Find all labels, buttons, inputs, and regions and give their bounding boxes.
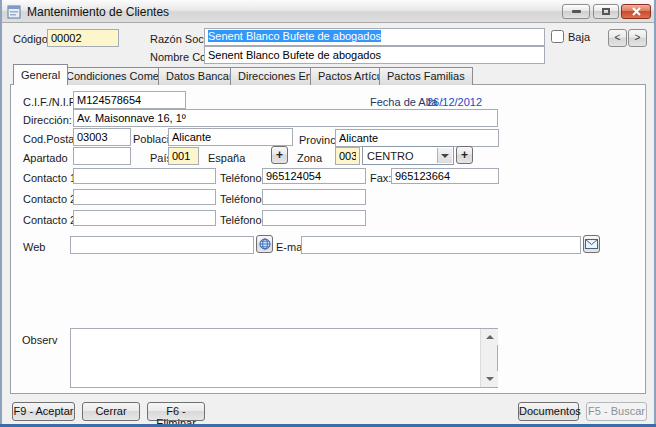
- tab-general[interactable]: General: [13, 64, 68, 85]
- codigo-label: Código: [13, 33, 48, 45]
- direccion-label: Dirección:: [23, 114, 72, 126]
- arrow-up-icon: [486, 335, 494, 339]
- close-icon: [632, 7, 641, 16]
- aceptar-button[interactable]: F9 - Aceptar: [12, 402, 75, 421]
- direccion-input[interactable]: [73, 109, 498, 127]
- apartado-label: Apartado: [23, 152, 68, 164]
- zona-dropdown[interactable]: CENTRO: [362, 146, 454, 165]
- zona-label: Zona: [297, 152, 322, 164]
- zona-code-input[interactable]: [335, 147, 360, 165]
- baja-label: Baja: [568, 31, 590, 43]
- window-border-left: [0, 0, 2, 427]
- scroll-down-button[interactable]: [481, 371, 498, 387]
- cif-input[interactable]: [73, 91, 186, 109]
- email-input[interactable]: [301, 236, 581, 254]
- documentos-button[interactable]: Documentos: [518, 402, 579, 421]
- baja-checkbox[interactable]: [551, 30, 564, 43]
- razon-social-selected-text: Senent Blanco Bufete de abogados: [208, 30, 381, 42]
- tab-pactos-familias[interactable]: Pactos Familias: [379, 67, 473, 85]
- fax-label: Fax:: [370, 172, 391, 184]
- globe-icon: [259, 238, 271, 250]
- web-input[interactable]: [70, 236, 254, 254]
- contacto1-label: Contacto 1: [23, 172, 76, 184]
- cod-postal-label: Cod.Postal: [23, 133, 77, 145]
- envelope-icon: [585, 239, 598, 249]
- contacto3-label: Contacto 2: [23, 214, 76, 226]
- observ-textarea[interactable]: [70, 328, 498, 388]
- minimize-button[interactable]: [562, 4, 590, 19]
- cod-postal-input[interactable]: [73, 128, 131, 146]
- telefono2-input[interactable]: [262, 189, 366, 205]
- pais-code-input[interactable]: [168, 147, 199, 165]
- contacto2-label: Contacto 2: [23, 193, 76, 205]
- close-button[interactable]: [621, 4, 651, 19]
- previous-record-button[interactable]: <: [608, 29, 627, 47]
- fecha-alta-value: 26/12/2012: [427, 96, 482, 108]
- contacto1-input[interactable]: [73, 168, 216, 184]
- next-record-button[interactable]: >: [628, 29, 647, 47]
- cif-label: C.I.F./N.I.F.: [23, 96, 77, 108]
- maximize-button[interactable]: [593, 4, 619, 19]
- razon-social-input[interactable]: Senent Blanco Bufete de abogados: [204, 28, 545, 46]
- client-maintenance-window: Mantenimiento de Clientes Código Razón S…: [0, 0, 656, 427]
- contacto2-input[interactable]: [73, 189, 216, 205]
- eliminar-button[interactable]: F6 - Eliminar: [147, 402, 205, 421]
- zona-add-button[interactable]: +: [456, 146, 473, 164]
- send-email-button[interactable]: [583, 235, 600, 253]
- zona-dropdown-button[interactable]: [437, 148, 452, 163]
- title-bar[interactable]: Mantenimiento de Clientes: [0, 0, 656, 23]
- arrow-down-icon: [486, 377, 494, 381]
- nombre-comercial-input[interactable]: [204, 46, 545, 64]
- web-label: Web: [23, 241, 45, 253]
- telefono3-input[interactable]: [262, 210, 366, 226]
- codigo-input[interactable]: [47, 29, 119, 47]
- apartado-input[interactable]: [73, 147, 131, 165]
- maximize-icon: [602, 8, 610, 15]
- buscar-button: F5 - Buscar: [586, 402, 647, 421]
- contacto3-input[interactable]: [73, 210, 216, 226]
- open-web-button[interactable]: [256, 235, 273, 253]
- minimize-icon: [572, 10, 581, 13]
- telefono1-input[interactable]: [262, 168, 366, 184]
- window-title: Mantenimiento de Clientes: [27, 5, 169, 19]
- scroll-up-button[interactable]: [481, 329, 498, 345]
- pais-add-button[interactable]: +: [271, 146, 288, 164]
- cerrar-button[interactable]: Cerrar: [82, 402, 140, 421]
- observ-label: Observ: [22, 334, 57, 346]
- chevron-down-icon: [441, 154, 449, 158]
- observ-scrollbar[interactable]: [480, 329, 497, 387]
- app-icon: [7, 5, 21, 19]
- pais-name-value: España: [208, 152, 245, 164]
- provincia-input[interactable]: [335, 129, 499, 147]
- zona-selected-value: CENTRO: [367, 150, 413, 162]
- poblacion-input[interactable]: [168, 128, 293, 146]
- fax-input[interactable]: [391, 168, 499, 184]
